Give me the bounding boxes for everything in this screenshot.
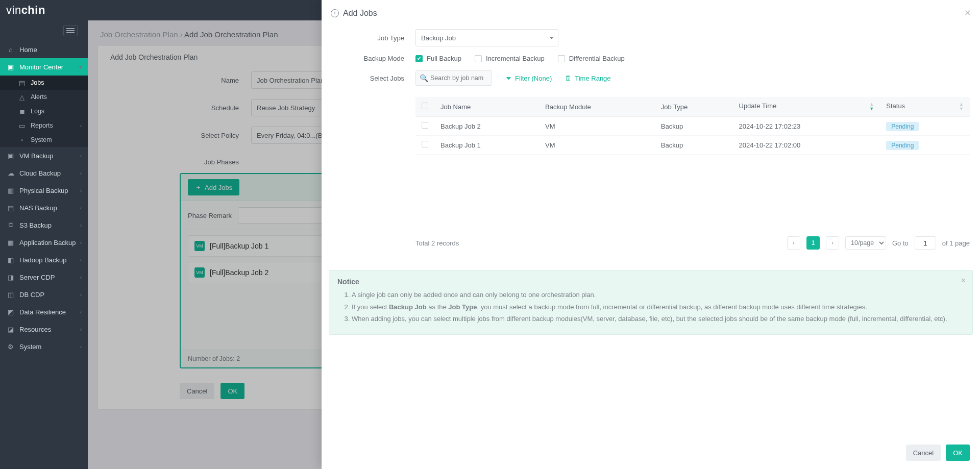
sidebar-item-label: S3 Backup (19, 221, 52, 229)
cloud-icon: ☁ (6, 169, 15, 177)
sidebar-item-reports[interactable]: ▭Reports‹ (0, 118, 88, 133)
sidebar-item-system[interactable]: ⚙System‹ (0, 338, 88, 355)
sidebar-item-hadoop-backup[interactable]: ◧Hadoop Backup‹ (0, 251, 88, 268)
label-job-type: Job Type (329, 34, 415, 42)
s3-icon: ⧉ (6, 221, 15, 229)
sidebar-item-system-sub[interactable]: ▫System (0, 133, 88, 147)
jobs-icon: ▤ (17, 79, 27, 87)
table-row[interactable]: Backup Job 2 VM Backup 2024-10-22 17:02:… (415, 117, 970, 136)
col-status[interactable]: Status▲▼ (880, 97, 970, 117)
mode-full-checkbox[interactable]: ✔Full Backup (415, 55, 461, 62)
sidebar-item-home[interactable]: ⌂Home (0, 41, 88, 58)
sidebar-item-alerts[interactable]: △Alerts (0, 90, 88, 104)
sidebar-item-label: Hadoop Backup (19, 256, 67, 264)
notice-item: A single job can only be added once and … (352, 290, 964, 300)
gear-icon: ⚙ (6, 343, 15, 351)
of-pages: of 1 page (942, 239, 970, 247)
cell-type: Backup (655, 136, 733, 155)
vm-icon: ▣ (6, 152, 15, 160)
sidebar-item-monitor-center[interactable]: ▣Monitor Center▾ (0, 58, 88, 76)
sidebar-item-db-cdp[interactable]: ◫DB CDP‹ (0, 286, 88, 303)
sidebar-item-label: Home (19, 46, 37, 54)
sidebar-item-label: Data Resilience (19, 308, 66, 316)
sort-icon: ▲▼ (959, 102, 964, 111)
page-size-select[interactable]: 10/page (845, 236, 886, 250)
sidebar-item-label: Logs (31, 108, 44, 115)
sidebar-item-label: NAS Backup (19, 204, 57, 212)
sidebar-item-label: Application Backup (19, 239, 76, 246)
filter-button[interactable]: ⏷Filter (None) (505, 75, 552, 82)
sidebar-item-jobs[interactable]: ▤Jobs (0, 76, 88, 90)
hadoop-icon: ◧ (6, 256, 15, 264)
mode-incremental-checkbox[interactable]: Incremental Backup (475, 55, 545, 62)
server-icon: ▥ (6, 187, 15, 194)
sidebar-item-s3-backup[interactable]: ⧉S3 Backup‹ (0, 216, 88, 234)
drawer-cancel-button[interactable]: Cancel (906, 445, 941, 461)
cell-update: 2024-10-22 17:02:00 (733, 136, 880, 155)
sidebar-item-resources[interactable]: ◪Resources‹ (0, 320, 88, 338)
sidebar-item-data-resilience[interactable]: ◩Data Resilience‹ (0, 303, 88, 320)
cell-job-name: Backup Job 2 (434, 117, 539, 136)
job-type-select[interactable]: Backup Job (415, 29, 558, 46)
time-range-label: Time Range (575, 75, 610, 82)
select-all-checkbox[interactable] (422, 103, 428, 109)
mode-label: Incremental Backup (486, 55, 545, 62)
sidebar-item-label: Jobs (31, 79, 44, 86)
chevron-left-icon: ‹ (80, 240, 82, 245)
label-backup-mode: Backup Mode (329, 55, 415, 62)
status-badge: Pending (886, 141, 919, 150)
notice-item: When adding jobs, you can select multipl… (352, 314, 964, 324)
chevron-left-icon: ‹ (80, 123, 82, 129)
resilience-icon: ◩ (6, 308, 15, 316)
sidebar-item-cloud-backup[interactable]: ☁Cloud Backup‹ (0, 164, 88, 182)
mode-label: Differential Backup (569, 55, 625, 62)
sidebar-item-label: Physical Backup (19, 187, 68, 194)
monitor-icon: ▣ (6, 63, 15, 71)
drawer-title: Add Jobs (343, 9, 377, 18)
goto-label: Go to (892, 239, 909, 247)
sidebar: ⌂Home ▣Monitor Center▾ ▤Jobs △Alerts ≣Lo… (0, 20, 88, 469)
drawer-ok-button[interactable]: OK (946, 445, 970, 461)
goto-input[interactable] (915, 236, 936, 250)
status-badge: Pending (886, 122, 919, 131)
row-checkbox[interactable] (422, 122, 428, 129)
chevron-left-icon: ‹ (80, 188, 82, 193)
sidebar-item-label: System (19, 343, 41, 351)
pager-page-1[interactable]: 1 (806, 236, 820, 250)
col-job-name[interactable]: Job Name (434, 97, 539, 117)
chevron-left-icon: ‹ (80, 327, 82, 332)
table-row[interactable]: Backup Job 1 VM Backup 2024-10-22 17:02:… (415, 136, 970, 155)
search-icon: 🔍 (420, 74, 428, 82)
sidebar-item-nas-backup[interactable]: ▤NAS Backup‹ (0, 199, 88, 216)
pager-prev[interactable]: ‹ (787, 236, 800, 250)
alerts-icon: △ (17, 93, 27, 101)
plus-circle-icon: + (331, 9, 339, 17)
notice-close-icon[interactable]: ✕ (961, 277, 966, 284)
sidebar-item-vm-backup[interactable]: ▣VM Backup‹ (0, 147, 88, 164)
chevron-left-icon: ‹ (80, 170, 82, 176)
calendar-icon: 🗓 (565, 75, 572, 82)
cell-module: VM (539, 136, 655, 155)
mode-differential-checkbox[interactable]: Differential Backup (558, 55, 625, 62)
chevron-left-icon: ‹ (80, 205, 82, 211)
notice-panel: ✕ Notice A single job can only be added … (329, 270, 973, 335)
time-range-button[interactable]: 🗓Time Range (565, 75, 610, 82)
cell-job-name: Backup Job 1 (434, 136, 539, 155)
sidebar-item-logs[interactable]: ≣Logs (0, 104, 88, 118)
sidebar-item-server-cdp[interactable]: ◨Server CDP‹ (0, 268, 88, 286)
sidebar-item-label: VM Backup (19, 152, 53, 160)
chevron-left-icon: ‹ (80, 275, 82, 280)
col-backup-module[interactable]: Backup Module (539, 97, 655, 117)
app-icon: ▦ (6, 239, 15, 246)
col-job-type[interactable]: Job Type (655, 97, 733, 117)
notice-item: If you select Backup Job as the Job Type… (352, 302, 964, 312)
chevron-left-icon: ‹ (80, 309, 82, 315)
pager-next[interactable]: › (826, 236, 839, 250)
sidebar-item-physical-backup[interactable]: ▥Physical Backup‹ (0, 182, 88, 199)
chevron-left-icon: ‹ (80, 292, 82, 298)
sidebar-toggle[interactable] (63, 25, 78, 36)
sidebar-item-application-backup[interactable]: ▦Application Backup‹ (0, 234, 88, 251)
col-update-time[interactable]: Update Time▲▼ (733, 97, 880, 117)
close-icon[interactable]: ✕ (964, 8, 971, 18)
row-checkbox[interactable] (422, 141, 428, 147)
